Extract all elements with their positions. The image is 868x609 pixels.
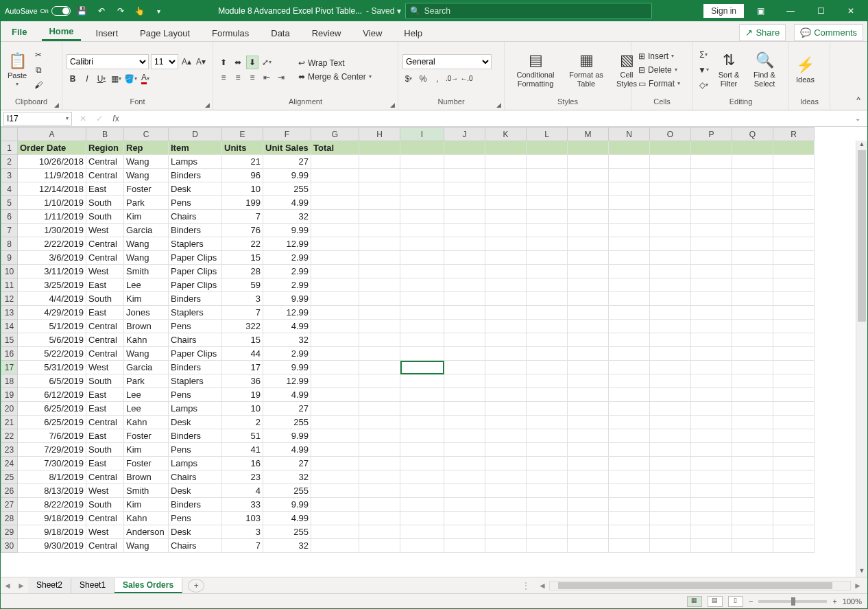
- expand-formula-bar-icon[interactable]: ⌄: [855, 115, 867, 122]
- cell[interactable]: [773, 429, 815, 443]
- cell[interactable]: [400, 292, 444, 306]
- cell[interactable]: [691, 306, 732, 320]
- cell[interactable]: 9/18/2019: [18, 525, 86, 539]
- row-header[interactable]: 14: [1, 320, 18, 333]
- cell[interactable]: 8/1/2019: [18, 470, 86, 484]
- cell[interactable]: Wang: [124, 539, 169, 553]
- cell[interactable]: Central: [86, 155, 124, 169]
- cell[interactable]: [311, 155, 359, 169]
- cell[interactable]: Pens: [169, 443, 222, 457]
- cell[interactable]: [650, 320, 691, 333]
- cell[interactable]: [650, 265, 691, 278]
- cell[interactable]: [650, 141, 691, 155]
- cut-icon[interactable]: ✂: [32, 48, 45, 62]
- cell[interactable]: West: [86, 265, 124, 278]
- cell[interactable]: 12/14/2018: [18, 182, 86, 196]
- cell[interactable]: [568, 320, 609, 333]
- cell[interactable]: 8/13/2019: [18, 484, 86, 498]
- cell[interactable]: [609, 224, 650, 237]
- cell[interactable]: [359, 224, 400, 237]
- tab-data[interactable]: Data: [264, 24, 296, 41]
- cell[interactable]: 36: [222, 374, 263, 388]
- cell[interactable]: [400, 416, 444, 429]
- cell[interactable]: [359, 470, 400, 484]
- cell[interactable]: [311, 196, 359, 210]
- cell[interactable]: [359, 210, 400, 224]
- tab-home[interactable]: Home: [42, 22, 80, 41]
- cell[interactable]: [400, 484, 444, 498]
- cell[interactable]: Park: [124, 374, 169, 388]
- cell[interactable]: [527, 443, 568, 457]
- row-header[interactable]: 12: [1, 292, 18, 306]
- row-header[interactable]: 15: [1, 333, 18, 347]
- cell[interactable]: [359, 388, 400, 402]
- scroll-up-icon[interactable]: ▲: [856, 141, 867, 150]
- cell[interactable]: Garcia: [124, 361, 169, 374]
- cell[interactable]: [732, 484, 773, 498]
- cell[interactable]: [444, 443, 485, 457]
- cell[interactable]: [568, 278, 609, 292]
- cell[interactable]: [400, 224, 444, 237]
- cell[interactable]: [609, 210, 650, 224]
- cell[interactable]: [568, 292, 609, 306]
- conditional-formatting-button[interactable]: ▤Conditional Formatting: [509, 50, 562, 88]
- cell[interactable]: [400, 320, 444, 333]
- cell[interactable]: [650, 416, 691, 429]
- undo-icon[interactable]: ↶: [94, 3, 109, 19]
- maximize-icon[interactable]: ☐: [807, 1, 834, 21]
- font-color-icon[interactable]: A▾: [139, 72, 152, 86]
- ideas-button[interactable]: ⚡Ideas: [793, 55, 817, 85]
- align-center-icon[interactable]: ≡: [232, 71, 244, 84]
- cell[interactable]: [400, 539, 444, 553]
- cell[interactable]: [732, 196, 773, 210]
- cell[interactable]: 4.99: [263, 388, 311, 402]
- cell[interactable]: 103: [222, 512, 263, 525]
- cell[interactable]: [732, 320, 773, 333]
- cell[interactable]: Pens: [169, 512, 222, 525]
- merge-center-button[interactable]: ⬌Merge & Center▾: [296, 71, 374, 83]
- accounting-format-icon[interactable]: $▾: [402, 72, 415, 86]
- cell[interactable]: [773, 320, 815, 333]
- cell[interactable]: 199: [222, 196, 263, 210]
- cell[interactable]: [568, 155, 609, 169]
- cell[interactable]: [527, 333, 568, 347]
- row-header[interactable]: 24: [1, 457, 18, 470]
- cell[interactable]: [568, 512, 609, 525]
- vertical-scrollbar[interactable]: ▲ ▼: [856, 141, 867, 577]
- cell[interactable]: [485, 278, 527, 292]
- cell[interactable]: [485, 210, 527, 224]
- sheet-tab-sheet2[interactable]: Sheet2: [28, 578, 71, 593]
- comma-format-icon[interactable]: ,: [431, 72, 444, 86]
- cell[interactable]: Smith: [124, 484, 169, 498]
- cell[interactable]: 7/6/2019: [18, 429, 86, 443]
- cell[interactable]: 3: [222, 525, 263, 539]
- row-header[interactable]: 17: [1, 361, 18, 374]
- cell[interactable]: [732, 443, 773, 457]
- cell[interactable]: [485, 525, 527, 539]
- col-header-J[interactable]: J: [444, 128, 485, 141]
- cell[interactable]: [400, 196, 444, 210]
- cell[interactable]: [691, 429, 732, 443]
- cell[interactable]: [444, 470, 485, 484]
- cell[interactable]: [650, 333, 691, 347]
- italic-button[interactable]: I: [81, 72, 93, 86]
- cell[interactable]: Lee: [124, 402, 169, 416]
- cell[interactable]: [444, 182, 485, 196]
- cell[interactable]: [485, 361, 527, 374]
- cell[interactable]: 17: [222, 361, 263, 374]
- cell[interactable]: [359, 320, 400, 333]
- sheet-nav-right-icon[interactable]: ►: [14, 581, 28, 590]
- cell[interactable]: Binders: [169, 361, 222, 374]
- zoom-in-icon[interactable]: +: [832, 597, 836, 606]
- cell[interactable]: [485, 292, 527, 306]
- cell[interactable]: [732, 141, 773, 155]
- cell[interactable]: [485, 457, 527, 470]
- col-header-P[interactable]: P: [691, 128, 732, 141]
- cell[interactable]: 59: [222, 278, 263, 292]
- row-header[interactable]: 4: [1, 182, 18, 196]
- cell[interactable]: [444, 237, 485, 251]
- cell[interactable]: [359, 333, 400, 347]
- cell[interactable]: [311, 429, 359, 443]
- cell[interactable]: [568, 457, 609, 470]
- cell[interactable]: [444, 292, 485, 306]
